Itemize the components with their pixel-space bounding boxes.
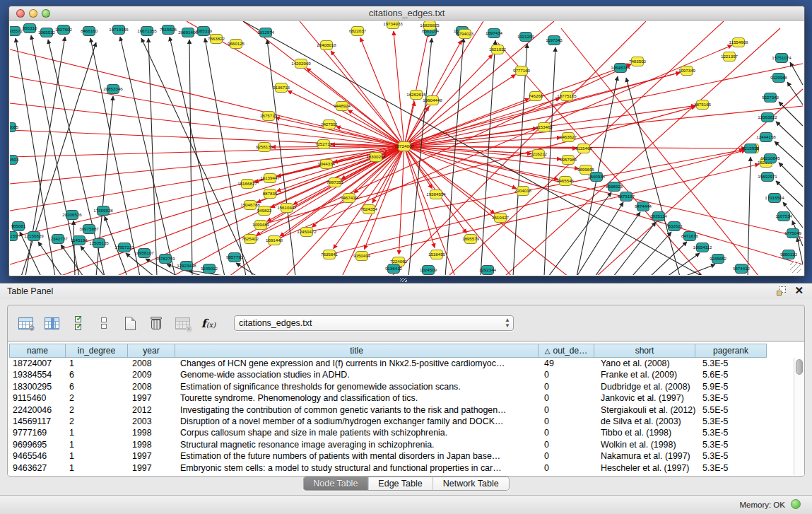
graph-node[interactable]: 7515526 (160, 25, 177, 35)
clear-selection-button[interactable] (93, 313, 114, 334)
graph-node[interactable]: 9115460 (575, 144, 592, 153)
graph-node[interactable]: 746266 (529, 92, 543, 101)
graph-node[interactable]: 19734933 (383, 21, 403, 29)
column-header[interactable]: year (127, 344, 175, 358)
graph-node[interactable]: 12505135 (89, 239, 109, 248)
graph-node[interactable]: 7252712 (315, 140, 333, 149)
graph-node[interactable]: 22408018 (317, 41, 336, 50)
table-row[interactable]: 969969511998Structural magnetic resonanc… (9, 439, 793, 450)
graph-node[interactable]: 9136713 (273, 83, 290, 93)
graph-node[interactable]: 9129966 (770, 74, 788, 83)
select-rows-button[interactable] (67, 313, 88, 334)
graph-node[interactable]: 2675713 (260, 112, 278, 121)
graph-node[interactable]: 9857791 (226, 253, 244, 262)
column-header[interactable]: name (9, 344, 66, 358)
delete-column-button[interactable] (172, 313, 193, 334)
column-header[interactable]: title (175, 344, 539, 358)
graph-node[interactable]: 19384554 (426, 190, 446, 199)
column-header[interactable]: short (594, 344, 695, 358)
graph-node[interactable]: 9957984 (560, 156, 577, 165)
graph-node[interactable]: 1216212 (530, 150, 548, 159)
graph-node[interactable]: 8466160 (81, 27, 98, 36)
graph-node[interactable]: 1527602 (55, 25, 73, 35)
graph-node[interactable]: 887835 (263, 189, 278, 199)
table-row[interactable]: 1456911722003Disruption of a novel membe… (9, 416, 793, 427)
minimize-window-button[interactable] (29, 9, 37, 18)
graph-node[interactable]: 231503 (10, 156, 19, 165)
table-row[interactable]: 1872400712008Changes of HCN gene express… (9, 358, 793, 369)
delete-table-button[interactable] (146, 313, 167, 334)
column-header[interactable]: in_degree (65, 344, 128, 358)
graph-node[interactable]: 17359928 (93, 206, 113, 216)
graph-node[interactable]: 2935114 (650, 212, 667, 221)
graph-node[interactable]: 20853346 (103, 85, 123, 94)
graph-node[interactable]: 9150494 (353, 252, 371, 261)
graph-node[interactable]: 15692971 (758, 173, 777, 182)
graph-node[interactable]: 16139447 (260, 174, 280, 183)
graph-node[interactable]: 20206526 (62, 211, 82, 220)
graph-node[interactable]: 10648784 (611, 64, 630, 73)
graph-node[interactable]: 1153463 (536, 123, 553, 132)
graph-node[interactable]: 7897351 (326, 178, 344, 187)
select-columns-button[interactable] (41, 313, 62, 334)
graph-node[interactable]: 12450472 (297, 228, 317, 237)
graph-node[interactable]: 16671355 (137, 27, 157, 36)
graph-node[interactable]: 8471676 (681, 232, 699, 241)
graph-node[interactable]: 2405572 (10, 27, 23, 36)
graph-node[interactable]: 9777169 (513, 66, 531, 76)
graph-node[interactable]: 7632621 (666, 222, 683, 231)
graph-node[interactable]: 2204018 (514, 187, 532, 196)
table-row[interactable]: 2242004622012Investigating the contribut… (9, 404, 793, 416)
graph-node[interactable]: 9044334 (318, 160, 336, 169)
table-row[interactable]: 946554611997Estimation of the future num… (9, 450, 793, 462)
graph-node[interactable]: 7483503 (629, 57, 647, 66)
graph-node[interactable]: 10958107 (134, 249, 154, 258)
column-header[interactable]: pagerank (695, 344, 767, 358)
graph-node[interactable]: 1812974 (257, 28, 275, 37)
graph-node[interactable]: 9245652 (710, 255, 727, 264)
scrollbar-thumb[interactable] (796, 359, 803, 375)
graph-node[interactable]: 10719155 (109, 25, 129, 35)
window-resize-grip[interactable] (790, 262, 801, 273)
graph-node[interactable]: 1197343 (546, 36, 563, 45)
graph-node[interactable]: 18775165 (557, 92, 577, 101)
graph-node[interactable]: 856310 (23, 24, 37, 33)
graph-node[interactable]: 9474444 (635, 202, 652, 211)
graph-node[interactable]: 12093822 (758, 113, 777, 122)
graph-node[interactable]: 16782759 (155, 255, 175, 264)
zoom-window-button[interactable] (42, 9, 50, 18)
graph-node[interactable]: 6794023 (457, 30, 474, 39)
graph-node[interactable]: 10654112 (693, 243, 712, 252)
graph-node[interactable]: 17016504 (765, 194, 784, 203)
graph-node[interactable]: 2427551 (321, 120, 339, 129)
window-titlebar[interactable]: citations_edges.txt (9, 6, 804, 21)
graph-node[interactable]: 33159 (10, 232, 18, 241)
table-row[interactable]: 1830029562008Estimation of significance … (9, 381, 793, 392)
graph-node[interactable]: 8938923 (606, 182, 623, 192)
graph-node[interactable]: 15751074 (772, 54, 792, 63)
function-builder-button[interactable]: f(x) (198, 313, 219, 334)
graph-node[interactable]: 1099489 (252, 221, 270, 230)
graph-node[interactable]: 1065532 (38, 28, 56, 37)
graph-node[interactable]: 9227343 (762, 93, 779, 103)
panel-splitter-grip[interactable] (400, 278, 407, 282)
graph-node[interactable]: 9850123 (780, 250, 798, 259)
graph-node[interactable]: 7635841 (321, 250, 339, 259)
graph-node[interactable]: 1097349 (678, 66, 696, 76)
table-row[interactable]: 977716911998Corpus callosum shape and si… (9, 427, 793, 438)
graph-node[interactable]: 15610447 (277, 204, 297, 213)
graph-node[interactable]: 949822 (257, 206, 272, 216)
graph-node[interactable]: 14202069 (291, 59, 311, 69)
graph-node[interactable]: 9136412 (385, 264, 403, 274)
graph-node[interactable]: 1518455 (428, 250, 446, 259)
graph-node[interactable]: 985081 (11, 222, 26, 231)
graph-node[interactable]: 1221397 (721, 52, 739, 62)
table-selector-dropdown[interactable]: citations_edges.txt ▲▼ (234, 315, 514, 331)
graph-node[interactable]: 6879197 (618, 192, 635, 201)
graph-node[interactable]: 1292344 (479, 266, 497, 275)
graph-node[interactable]: 12156829 (24, 232, 44, 241)
graph-node[interactable]: 1621022 (489, 45, 507, 54)
graph-node[interactable]: 7625402 (242, 235, 259, 244)
table-row[interactable]: 1938455462009Genome-wide association stu… (9, 369, 793, 380)
graph-node[interactable]: 12444158 (756, 133, 776, 142)
